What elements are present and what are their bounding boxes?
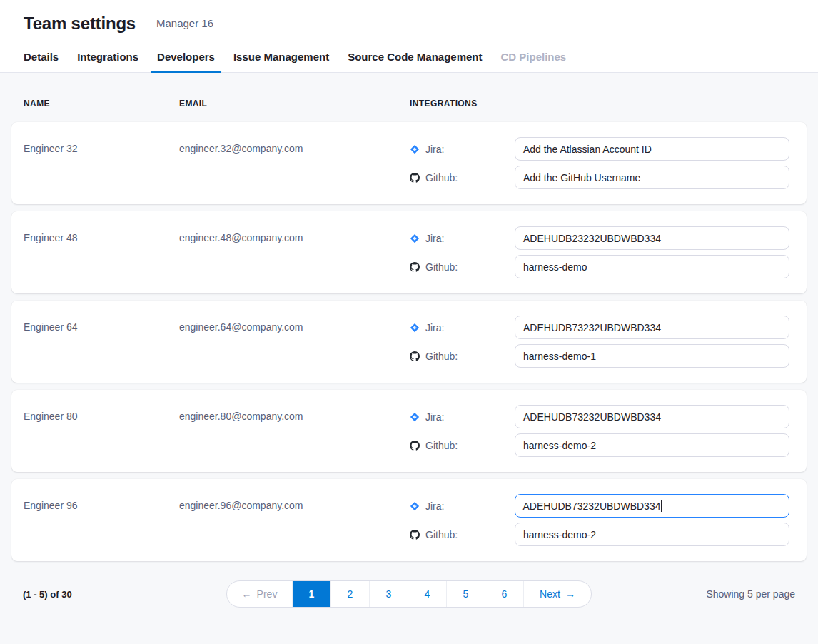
github-input[interactable]: Add the GitHub Username (515, 166, 789, 189)
table-row: Engineer 96 engineer.96@company.com Jira… (11, 479, 807, 561)
pagination-range-label: (1 - 5) of 30 (23, 589, 201, 600)
page-header: Team settings Manager 16 (0, 0, 818, 34)
developer-email: engineer.64@company.com (179, 316, 410, 339)
jira-field-label: Jira: (410, 233, 515, 244)
jira-icon (410, 501, 420, 511)
page-button-3[interactable]: 3 (369, 581, 408, 607)
jira-label-text: Jira: (425, 144, 444, 155)
jira-field-label: Jira: (410, 322, 515, 333)
integrations-cell: Jira: ADEHUDB73232UBDWBD334 Github: har (410, 494, 789, 546)
jira-input[interactable]: ADEHUDB73232UBDWBD334 (515, 316, 789, 339)
developer-name: Engineer 48 (24, 226, 179, 250)
github-input[interactable]: harness-demo-1 (515, 344, 789, 368)
team-settings-page: Team settings Manager 16 DetailsIntegrat… (0, 0, 818, 608)
page-subtitle: Manager 16 (146, 16, 213, 31)
page-title: Team settings (24, 14, 136, 34)
text-cursor (661, 500, 662, 512)
github-label-text: Github: (425, 529, 458, 540)
tab-developers[interactable]: Developers (151, 46, 221, 72)
github-field-label: Github: (410, 529, 515, 540)
github-label-text: Github: (425, 261, 458, 273)
jira-label-text: Jira: (425, 322, 444, 333)
next-button[interactable]: Next → (523, 581, 591, 607)
jira-icon (410, 323, 420, 333)
jira-label-text: Jira: (425, 500, 444, 512)
developer-email: engineer.96@company.com (179, 494, 410, 518)
developer-name: Engineer 32 (24, 137, 179, 161)
per-page-label: Showing 5 per page (617, 588, 795, 600)
github-label-text: Github: (425, 351, 458, 362)
tab-issue-management[interactable]: Issue Management (227, 46, 335, 72)
jira-field-label: Jira: (410, 500, 515, 512)
table-row: Engineer 80 engineer.80@company.com Jira… (11, 390, 807, 472)
github-icon (410, 173, 420, 183)
github-field-label: Github: (410, 440, 515, 451)
page-button-4[interactable]: 4 (408, 581, 446, 607)
table-row: Engineer 32 engineer.32@company.com Jira… (11, 122, 807, 204)
jira-label-text: Jira: (425, 411, 444, 423)
jira-input[interactable]: ADEHUDB73232UBDWBD334 (515, 405, 789, 428)
github-label-text: Github: (425, 440, 458, 451)
page-button-2[interactable]: 2 (330, 581, 369, 607)
developer-email: engineer.80@company.com (179, 405, 410, 428)
jira-icon (410, 233, 420, 243)
tab-integrations[interactable]: Integrations (71, 46, 145, 72)
github-icon (410, 262, 420, 272)
github-field-label: Github: (410, 351, 515, 362)
developer-name: Engineer 80 (24, 405, 179, 428)
tab-bar: DetailsIntegrationsDevelopersIssue Manag… (0, 34, 818, 73)
github-field-label: Github: (410, 261, 515, 273)
integrations-cell: Jira: Add the Atlassian Account ID Githu… (410, 137, 789, 189)
jira-input[interactable]: Add the Atlassian Account ID (515, 137, 789, 161)
page-button-5[interactable]: 5 (446, 581, 485, 607)
prev-label: Prev (257, 588, 278, 600)
table-body: Engineer 32 engineer.32@company.com Jira… (11, 122, 807, 561)
developer-name: Engineer 96 (24, 494, 179, 518)
arrow-right-icon: → (565, 588, 575, 600)
page-button-1[interactable]: 1 (292, 581, 330, 607)
next-label: Next (540, 588, 560, 600)
column-header-name: NAME (24, 99, 179, 109)
developers-table: NAME EMAIL INTEGRATIONS Engineer 32 engi… (0, 73, 818, 608)
page-button-6[interactable]: 6 (485, 581, 523, 607)
github-input[interactable]: harness-demo-2 (515, 523, 789, 546)
github-icon (410, 351, 420, 361)
jira-icon (410, 412, 420, 422)
developer-email: engineer.32@company.com (179, 137, 410, 161)
jira-field-label: Jira: (410, 411, 515, 423)
github-label-text: Github: (425, 172, 458, 183)
tab-source-code-management[interactable]: Source Code Management (341, 46, 488, 72)
integrations-cell: Jira: ADEHUDB73232UBDWBD334 Github: har (410, 316, 789, 368)
table-header-row: NAME EMAIL INTEGRATIONS (11, 73, 807, 122)
developer-name: Engineer 64 (24, 316, 179, 339)
integrations-cell: Jira: ADEHUDB73232UBDWBD334 Github: har (410, 405, 789, 457)
developer-email: engineer.48@company.com (179, 226, 410, 250)
jira-icon (410, 144, 420, 154)
table-row: Engineer 64 engineer.64@company.com Jira… (11, 301, 807, 383)
github-input[interactable]: harness-demo-2 (515, 433, 789, 457)
pagination-bar: (1 - 5) of 30 ← Prev 123456 Next → Showi… (23, 580, 795, 608)
prev-button: ← Prev (227, 581, 292, 607)
pager: ← Prev 123456 Next → (226, 580, 592, 608)
tab-details[interactable]: Details (17, 46, 65, 72)
arrow-left-icon: ← (242, 588, 252, 600)
github-icon (410, 530, 420, 540)
column-header-email: EMAIL (179, 99, 410, 109)
jira-input[interactable]: ADEHUDB73232UBDWBD334 (515, 494, 789, 518)
github-input[interactable]: harness-demo (515, 255, 789, 278)
integrations-cell: Jira: ADEHUDB23232UBDWBD334 Github: har (410, 226, 789, 278)
jira-input[interactable]: ADEHUDB23232UBDWBD334 (515, 226, 789, 250)
jira-field-label: Jira: (410, 144, 515, 155)
column-header-integrations: INTEGRATIONS (410, 99, 789, 109)
tab-cd-pipelines: CD Pipelines (495, 46, 573, 72)
table-row: Engineer 48 engineer.48@company.com Jira… (11, 211, 807, 293)
jira-label-text: Jira: (425, 233, 444, 244)
github-field-label: Github: (410, 172, 515, 183)
github-icon (410, 441, 420, 451)
